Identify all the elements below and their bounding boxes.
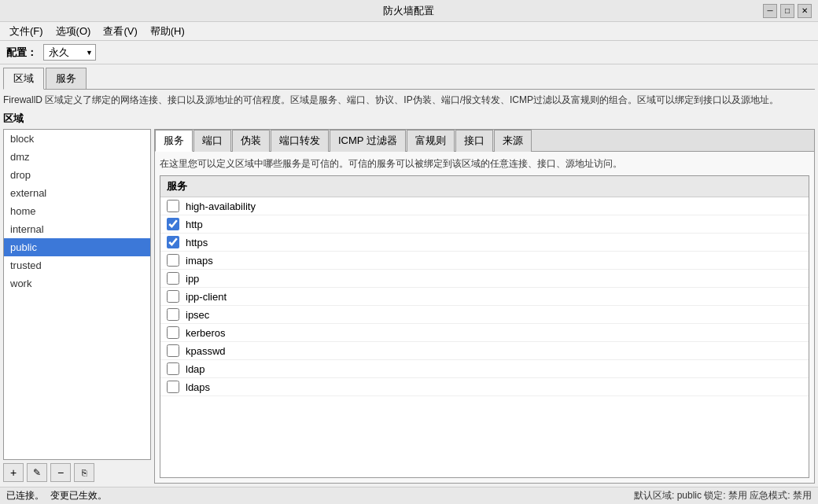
- inner-tab-sources[interactable]: 来源: [494, 130, 532, 152]
- configbar: 配置： 永久 运行时: [0, 41, 818, 64]
- service-name-ipp: ipp: [186, 273, 199, 285]
- inner-tab-ports[interactable]: 端口: [193, 130, 231, 152]
- close-button[interactable]: ✕: [798, 4, 812, 18]
- service-table-header: 服务: [160, 176, 809, 197]
- statusbar-changes: 变更已生效。: [50, 489, 107, 502]
- zone-item-internal[interactable]: internal: [4, 220, 150, 238]
- service-name-ipsec: ipsec: [186, 309, 209, 321]
- service-row-https: https: [160, 234, 809, 252]
- minimize-button[interactable]: ─: [763, 4, 777, 18]
- service-name-imaps: imaps: [186, 255, 213, 267]
- zone-item-home[interactable]: home: [4, 202, 150, 220]
- titlebar: 防火墙配置 ─ □ ✕: [0, 0, 818, 22]
- service-panel: 在这里您可以定义区域中哪些服务是可信的。可信的服务可以被绑定到该区域的任意连接、…: [155, 152, 814, 483]
- menu-view[interactable]: 查看(V): [97, 23, 143, 40]
- service-row-ldap: ldap: [160, 360, 809, 378]
- service-checkbox-imaps[interactable]: [167, 254, 179, 267]
- menubar: 文件(F) 选项(O) 查看(V) 帮助(H): [0, 22, 818, 41]
- config-label: 配置：: [6, 46, 37, 60]
- service-name-ldap: ldap: [186, 363, 205, 375]
- service-row-kerberos: kerberos: [160, 324, 809, 342]
- inner-tab-services[interactable]: 服务: [155, 130, 193, 152]
- zone-list: block dmz drop external home internal pu…: [3, 129, 151, 460]
- service-row-ipp: ipp: [160, 270, 809, 288]
- service-checkbox-https[interactable]: [167, 236, 179, 248]
- service-name-ipp-client: ipp-client: [186, 291, 227, 303]
- menu-file[interactable]: 文件(F): [3, 23, 50, 40]
- zone-list-panel: block dmz drop external home internal pu…: [3, 129, 151, 484]
- service-row-kpasswd: kpasswd: [160, 342, 809, 360]
- service-row-http: http: [160, 215, 809, 234]
- service-row-ipsec: ipsec: [160, 306, 809, 324]
- zone-item-block[interactable]: block: [4, 130, 150, 148]
- inner-tab-richrules[interactable]: 富规则: [407, 130, 455, 152]
- menu-options[interactable]: 选项(O): [50, 23, 98, 40]
- service-checkbox-ipp-client[interactable]: [167, 290, 179, 303]
- window-title: 防火墙配置: [53, 4, 763, 18]
- zone-item-public[interactable]: public: [4, 238, 150, 256]
- service-checkbox-ldap[interactable]: [167, 362, 179, 375]
- main-content: 区域 服务 FirewallD 区域定义了绑定的网络连接、接口以及源地址的可信程…: [0, 64, 818, 487]
- zone-item-external[interactable]: external: [4, 184, 150, 202]
- service-row-imaps: imaps: [160, 252, 809, 270]
- zone-edit-button[interactable]: ✎: [27, 463, 47, 482]
- service-panel-description: 在这里您可以定义区域中哪些服务是可信的。可信的服务可以被绑定到该区域的任意连接、…: [160, 156, 809, 171]
- content-area: block dmz drop external home internal pu…: [3, 129, 815, 484]
- zone-item-drop[interactable]: drop: [4, 166, 150, 184]
- zone-item-dmz[interactable]: dmz: [4, 148, 150, 166]
- statusbar-connected: 已连接。: [6, 489, 44, 502]
- service-checkbox-ipp[interactable]: [167, 272, 179, 285]
- zone-add-button[interactable]: +: [3, 463, 24, 482]
- zone-item-work[interactable]: work: [4, 274, 150, 292]
- inner-tab-icmp[interactable]: ICMP 过滤器: [330, 130, 406, 152]
- window-controls: ─ □ ✕: [763, 4, 812, 18]
- tab-zone[interactable]: 区域: [3, 68, 44, 90]
- inner-tab-interfaces[interactable]: 接口: [455, 130, 493, 152]
- statusbar-left: 已连接。 变更已生效。: [6, 489, 107, 502]
- service-row-ldaps: ldaps: [160, 378, 809, 396]
- statusbar-right: 默认区域: public 锁定: 禁用 应急模式: 禁用: [634, 489, 812, 502]
- service-checkbox-high-availability[interactable]: [167, 200, 179, 212]
- service-checkbox-ipsec[interactable]: [167, 308, 179, 321]
- service-name-kpasswd: kpasswd: [186, 345, 226, 357]
- menu-help[interactable]: 帮助(H): [144, 23, 191, 40]
- inner-tab-masquerade[interactable]: 伪装: [232, 130, 270, 152]
- statusbar: 已连接。 变更已生效。 默认区域: public 锁定: 禁用 应急模式: 禁用: [0, 487, 818, 504]
- zone-section-label: 区域: [3, 112, 815, 126]
- service-name-high-availability: high-availability: [186, 200, 256, 212]
- maximize-button[interactable]: □: [780, 4, 794, 18]
- top-tabs: 区域 服务: [3, 68, 815, 90]
- config-select-wrapper: 永久 运行时: [43, 44, 96, 61]
- config-select[interactable]: 永久 运行时: [43, 44, 96, 61]
- zone-copy-button[interactable]: ⎘: [74, 463, 94, 482]
- service-checkbox-kpasswd[interactable]: [167, 344, 179, 357]
- service-row-high-availability: high-availability: [160, 197, 809, 215]
- tab-service[interactable]: 服务: [46, 68, 87, 89]
- service-checkbox-http[interactable]: [167, 218, 179, 230]
- zone-remove-button[interactable]: −: [50, 463, 71, 482]
- zone-item-trusted[interactable]: trusted: [4, 256, 150, 274]
- service-name-http: http: [186, 219, 203, 230]
- service-name-kerberos: kerberos: [186, 327, 226, 339]
- inner-tab-portforward[interactable]: 端口转发: [271, 130, 329, 152]
- zone-actions: + ✎ − ⎘: [3, 462, 151, 484]
- zone-description: FirewallD 区域定义了绑定的网络连接、接口以及源地址的可信程度。区域是服…: [3, 93, 815, 107]
- service-row-ipp-client: ipp-client: [160, 288, 809, 306]
- service-checkbox-ldaps[interactable]: [167, 381, 179, 393]
- service-name-https: https: [186, 237, 208, 248]
- service-name-ldaps: ldaps: [186, 381, 210, 393]
- service-table-wrapper: 服务 high-availability http https: [160, 175, 809, 478]
- service-checkbox-kerberos[interactable]: [167, 326, 179, 339]
- right-panel: 服务 端口 伪装 端口转发 ICMP 过滤器 富规则 接口 来源 在这里您可以定…: [154, 129, 815, 484]
- inner-tabs: 服务 端口 伪装 端口转发 ICMP 过滤器 富规则 接口 来源: [155, 130, 814, 152]
